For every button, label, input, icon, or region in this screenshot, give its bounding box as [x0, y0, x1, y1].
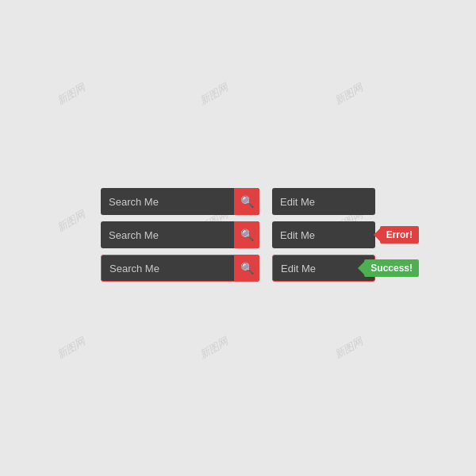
row-2: 🔍 Error!	[101, 221, 375, 248]
edit-wrapper-2: Error!	[272, 221, 375, 248]
edit-input-1[interactable]	[272, 188, 375, 215]
watermark: 新图网	[54, 80, 88, 108]
search-icon-2: 🔍	[240, 228, 254, 241]
search-button-2[interactable]: 🔍	[234, 221, 259, 248]
search-wrapper-1: 🔍	[101, 188, 259, 215]
watermark: 新图网	[54, 334, 88, 362]
error-badge: Error!	[380, 226, 419, 244]
main-container: 🔍 🔍 Error! 🔍 Success!	[101, 188, 375, 288]
watermark: 新图网	[54, 207, 88, 235]
search-icon-1: 🔍	[240, 195, 254, 208]
edit-wrapper-3: Success!	[272, 255, 375, 282]
search-wrapper-2: 🔍	[101, 221, 259, 248]
row-1: 🔍	[101, 188, 375, 215]
success-badge: Success!	[364, 259, 419, 277]
watermark: 新图网	[332, 80, 366, 108]
search-icon-3: 🔍	[240, 262, 254, 274]
search-wrapper-3: 🔍	[101, 255, 259, 282]
watermark: 新图网	[332, 334, 366, 362]
edit-wrapper-1	[272, 188, 375, 215]
row-3: 🔍 Success!	[101, 255, 375, 282]
watermark: 新图网	[197, 80, 231, 108]
edit-input-2[interactable]	[272, 221, 375, 248]
search-button-1[interactable]: 🔍	[234, 188, 259, 215]
watermark: 新图网	[197, 334, 231, 362]
search-button-3[interactable]: 🔍	[234, 255, 259, 282]
